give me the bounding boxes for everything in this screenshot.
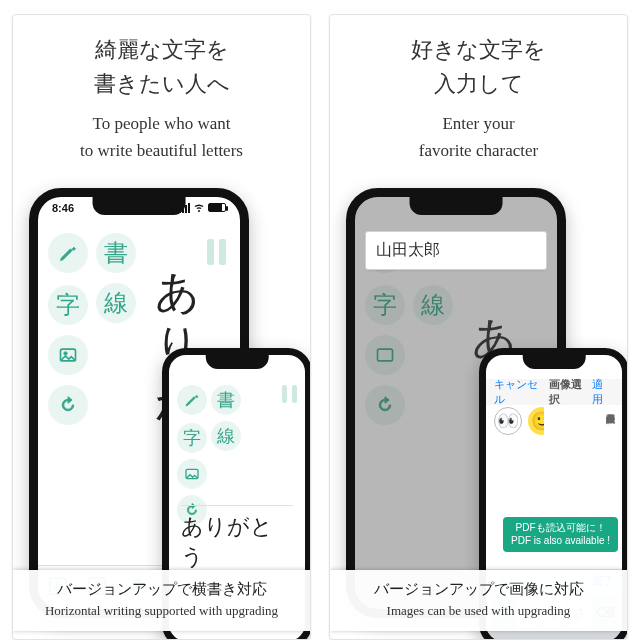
sample-text-block: 金寿弁護士会信弁護士会各県議員会 xyxy=(544,407,616,517)
promo-panel-left: 綺麗な文字を書きたい人へ To people who wantto write … xyxy=(12,14,311,640)
picker-header: キャンセル 画像選択 適用 xyxy=(486,379,622,405)
emoji-eyes-icon[interactable]: 👀 xyxy=(494,407,522,435)
image-icon[interactable] xyxy=(177,459,207,489)
headline-jp: 綺麗な文字を書きたい人へ xyxy=(94,33,230,101)
headline-en: Enter yourfavorite character xyxy=(419,111,538,164)
kanji-sen-button[interactable]: 線 xyxy=(211,421,241,451)
image-icon[interactable] xyxy=(48,335,88,375)
kanji-ji-button[interactable]: 字 xyxy=(177,423,207,453)
pdf-badge: PDFも読込可能に！PDF is also available ! xyxy=(503,517,618,552)
notch xyxy=(523,355,586,369)
footer-en: Horizontal writing supported with upgrad… xyxy=(19,603,304,619)
picker-cancel[interactable]: キャンセル xyxy=(494,377,549,407)
pause-icon[interactable] xyxy=(207,239,226,265)
practice-text-horizontal: ありがとう xyxy=(181,505,293,572)
kanji-sho-button[interactable]: 書 xyxy=(96,233,136,273)
footer-jp: バージョンアップで画像に対応 xyxy=(336,580,621,599)
kanji-sen-button[interactable]: 線 xyxy=(96,283,136,323)
svg-point-1 xyxy=(64,352,67,355)
pen-icon[interactable] xyxy=(48,233,88,273)
notch xyxy=(93,197,186,215)
name-input[interactable]: 山田太郎 xyxy=(365,231,547,270)
promo-panel-right: 好きな文字を入力して Enter yourfavorite character … xyxy=(329,14,628,640)
picker-apply[interactable]: 適用 xyxy=(592,377,614,407)
footer-caption: バージョンアップで画像に対応 Images can be used with u… xyxy=(330,570,627,631)
footer-jp: バージョンアップで横書き対応 xyxy=(19,580,304,599)
headline-en: To people who wantto write beautiful let… xyxy=(80,111,243,164)
notch xyxy=(410,197,503,215)
picker-title: 画像選択 xyxy=(549,377,593,407)
pen-icon[interactable] xyxy=(177,385,207,415)
device-group: 8:46 書 線 字 ありがと xyxy=(21,188,302,588)
footer-caption: バージョンアップで横書き対応 Horizontal writing suppor… xyxy=(13,570,310,631)
headline-jp: 好きな文字を入力して xyxy=(411,33,546,101)
kanji-ji-button[interactable]: 字 xyxy=(48,285,88,325)
pause-icon[interactable] xyxy=(282,385,297,403)
device-group: 字 線 あり 山田太郎 キャンセル 画像選択 適用 👀 🙂 xyxy=(338,188,619,588)
footer-en: Images can be used with upgrading xyxy=(336,603,621,619)
notch xyxy=(206,355,269,369)
kanji-sho-button[interactable]: 書 xyxy=(211,385,241,415)
undo-icon[interactable] xyxy=(48,385,88,425)
